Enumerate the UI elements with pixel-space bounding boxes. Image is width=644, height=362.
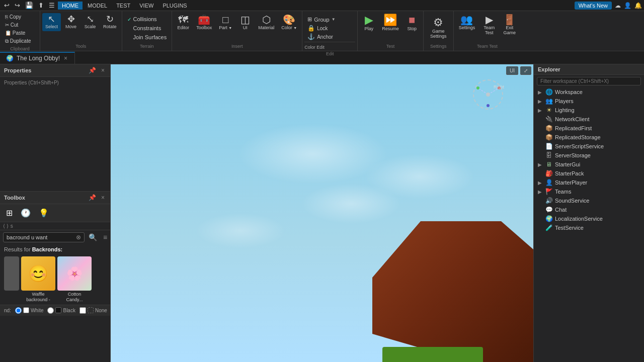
soundservice-label: SoundService [555, 198, 590, 204]
toolbox-grid-tab[interactable]: ⊞ [4, 207, 15, 219]
tree-item-lighting[interactable]: ▶ ☀ Lighting [534, 106, 644, 115]
black-option[interactable]: Black [47, 307, 75, 314]
play-button[interactable]: ▶ Play [360, 13, 378, 33]
move-tool-button[interactable]: ✥Move [62, 13, 80, 31]
editor-button[interactable]: 🗺 Editor [174, 13, 192, 32]
color-button[interactable]: 🎨 Color ▼ [278, 13, 300, 32]
toolbar: ⎘ Copy ✂ Cut 📋 Paste ⧉ Duplicate Clipboa… [0, 11, 644, 51]
tree-item-replicatedstorage[interactable]: ▶ 📦 ReplicatedStorage [534, 133, 644, 142]
search-submit-button[interactable]: 🔍 [87, 232, 99, 242]
none-option[interactable]: None [79, 307, 107, 314]
chat-label: Chat [555, 207, 567, 213]
tree-item-chat[interactable]: ▶ 💬 Chat [534, 205, 644, 214]
ui-button[interactable]: ◫ UI [236, 13, 254, 32]
tab-close-button[interactable]: × [63, 55, 68, 62]
tree-item-workspace[interactable]: ▶ 🌐 Workspace [534, 87, 644, 97]
result-item-partial[interactable] [4, 256, 19, 303]
tab-icon: 🌍 [6, 55, 14, 62]
tree-item-testservice[interactable]: ▶ 🧪 TestService [534, 223, 644, 232]
toolbox-pin-button[interactable]: 📌 [87, 194, 98, 202]
menu-tab-view[interactable]: VIEW [135, 2, 157, 10]
save-button[interactable]: 💾 [23, 1, 35, 10]
undo-button[interactable]: ↩ [2, 1, 12, 10]
menu-tab-model[interactable]: MODEL [84, 2, 111, 10]
serverstorage-icon: 🗄 [545, 152, 553, 159]
viewport-expand-button[interactable]: ⤢ [520, 66, 531, 75]
testservice-icon: 🧪 [545, 224, 553, 231]
team-settings-button[interactable]: 👥 Settings [456, 13, 478, 32]
resume-button[interactable]: ⏩ Resume [379, 13, 402, 33]
tree-item-localizationservice[interactable]: ▶ 🌍 LocalizationService [534, 214, 644, 223]
rotate-tool-button[interactable]: ↻Rotate [100, 13, 120, 31]
tree-item-networkclient[interactable]: ▶ 🔌 NetworkClient [534, 115, 644, 124]
copy-button[interactable]: ⎘ Copy [2, 13, 34, 21]
whats-new-button[interactable]: What's New [575, 2, 612, 10]
stop-button[interactable]: ■ Stop [403, 13, 421, 33]
material-button[interactable]: ⬡ Material [255, 13, 277, 32]
lock-button[interactable]: 🔒 Lock [304, 24, 331, 32]
tree-item-soundservice[interactable]: ▶ 🔊 SoundService [534, 196, 644, 205]
tree-item-replicatedfirst[interactable]: ▶ 📦 ReplicatedFirst [534, 124, 644, 133]
constraints-button[interactable]: ✓ Constraints [124, 24, 165, 32]
cut-button[interactable]: ✂ Cut [2, 21, 34, 29]
result-item-cotton[interactable]: 🌸 CottonCandy... [57, 256, 92, 303]
result-item-waffle[interactable]: 😊 Wafflebackround - [21, 256, 55, 303]
exit-game-button[interactable]: 🚪 ExitGame [500, 13, 519, 37]
tab-label: The Long Obby! [17, 55, 60, 62]
properties-header: Properties 📌 × [0, 64, 110, 77]
duplicate-button[interactable]: ⧉ Duplicate [2, 37, 34, 45]
team-test-button[interactable]: ▶ TeamTest [480, 13, 498, 37]
black-swatch [55, 307, 61, 313]
search-clear-button[interactable]: ⊗ [76, 234, 81, 241]
toolbox-close-button[interactable]: × [100, 194, 106, 202]
lighting-arrow: ▶ [538, 108, 543, 113]
anchor-button[interactable]: ⚓ Anchor [304, 33, 336, 41]
menu-tab-home[interactable]: HOME [58, 2, 83, 10]
viewport-ui-button[interactable]: UI [506, 66, 518, 75]
select-tool-button[interactable]: ↖Select [42, 13, 61, 31]
collisions-button[interactable]: ✓ Collisions [124, 15, 160, 23]
toolbox-actions: 📌 × [87, 194, 106, 202]
tree-item-starterpack[interactable]: ▶ 🎒 StarterPack [534, 169, 644, 178]
scale-tool-button[interactable]: ⤡Scale [81, 13, 99, 31]
viewport-overlay: UI ⤢ [506, 66, 531, 75]
tree-item-teams[interactable]: ▶ 🚩 Teams [534, 187, 644, 196]
white-radio[interactable] [15, 307, 22, 314]
white-option[interactable]: White [15, 307, 44, 314]
tree-item-serverscriptservice[interactable]: ▶ 📄 ServerScriptService [534, 142, 644, 151]
localizationservice-icon: 🌍 [545, 215, 553, 222]
tree-item-startergui[interactable]: ▶ 🖥 StarterGui [534, 160, 644, 169]
tree-item-starterplayer[interactable]: ▶ 👤 StarterPlayer [534, 178, 644, 187]
black-radio[interactable] [47, 307, 54, 314]
properties-close-button[interactable]: × [100, 66, 106, 74]
teams-arrow: ▶ [538, 189, 543, 195]
tree-item-serverstorage[interactable]: ▶ 🗄 ServerStorage [534, 151, 644, 160]
toolbox-light-tab[interactable]: 💡 [37, 207, 51, 219]
game-settings-button[interactable]: ⚙ GameSettings [427, 16, 450, 41]
join-surfaces-button[interactable]: ✓ Join Surfaces [124, 33, 170, 41]
startergui-arrow: ▶ [538, 162, 543, 167]
publish-button[interactable]: ⬆ [36, 1, 46, 10]
toolbox-button[interactable]: 🧰 Toolbox [193, 13, 215, 32]
none-checkbox[interactable] [79, 307, 86, 314]
menu-tab-test[interactable]: TEST [112, 2, 134, 10]
toolbox-tab-icons: ⊞ 🕐 💡 [0, 204, 110, 222]
toolbox-recent-tab[interactable]: 🕐 [19, 207, 33, 219]
teams-icon: 🚩 [545, 188, 553, 195]
viewport-panel[interactable]: Right UI ⤢ [111, 64, 533, 362]
paste-button[interactable]: 📋 Paste [2, 29, 34, 37]
settings-menu-button[interactable]: ☰ [47, 1, 57, 10]
search-filter-button[interactable]: ≡ [101, 232, 109, 242]
cloud-icon: ☁ [615, 2, 621, 9]
tab-long-obby[interactable]: 🌍 The Long Obby! × [0, 52, 75, 64]
serverscriptservice-icon: 📄 [545, 143, 553, 150]
replicatedfirst-label: ReplicatedFirst [555, 125, 592, 131]
part-button[interactable]: □ Part ▼ [216, 13, 235, 32]
properties-pin-button[interactable]: 📌 [87, 66, 98, 74]
menu-tab-plugins[interactable]: PLUGINS [158, 2, 191, 10]
redo-button[interactable]: ↪ [13, 1, 22, 10]
tree-item-players[interactable]: ▶ 👥 Players [534, 97, 644, 106]
filter-workspace-input[interactable] [540, 78, 637, 84]
group-button[interactable]: ⊞ Group ▼ [304, 15, 339, 24]
search-input[interactable] [7, 234, 76, 240]
